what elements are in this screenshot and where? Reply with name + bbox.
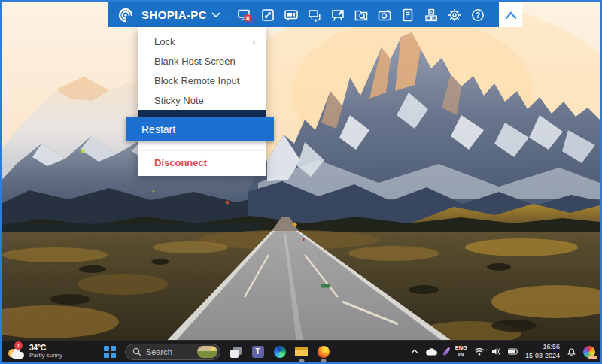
search-daily-image[interactable]: [197, 346, 217, 358]
menu-item-label: Lock: [154, 36, 175, 47]
screenshot-camera-icon[interactable]: [377, 8, 392, 23]
clock-time: 16:56: [543, 343, 560, 351]
whiteboard-icon[interactable]: [330, 8, 345, 23]
menu-gap: [138, 144, 266, 150]
tray-overflow-chevron[interactable]: [411, 349, 418, 354]
file-explorer-icon: [295, 347, 308, 357]
taskbar-app-teams[interactable]: T: [251, 342, 264, 362]
windows-logo-icon: [104, 346, 109, 351]
running-indicator: [321, 359, 326, 362]
app-logo-icon: [117, 6, 135, 24]
remote-session-screen: SHOPIA-PC: [0, 0, 602, 364]
notes-icon[interactable]: [400, 8, 415, 23]
language-line2: IN: [458, 352, 464, 358]
menu-item-label: Block Remote Input: [154, 75, 239, 86]
search-icon: [132, 347, 141, 356]
svg-text:D: D: [433, 16, 436, 20]
menu-item-restart-active[interactable]: Restart: [126, 117, 274, 141]
video-chat-icon[interactable]: [284, 8, 299, 23]
taskbar-app-edge[interactable]: [273, 342, 286, 362]
chevron-up-icon: [504, 11, 518, 20]
session-menu: Lock › Blank Host Screen Block Remote In…: [138, 27, 266, 176]
remote-toolbar: SHOPIA-PC: [108, 2, 522, 27]
remote-app-tray-icon[interactable]: PRO: [583, 346, 595, 358]
weather-condition: Partly sunny: [29, 352, 62, 359]
menu-item-blank-host-screen[interactable]: Blank Host Screen: [138, 51, 266, 71]
taskbar-app-firefox[interactable]: [317, 342, 330, 362]
taskbar-center: Search T: [104, 341, 330, 362]
collapse-toolbar-button[interactable]: [499, 2, 522, 27]
computer-name: SHOPIA-PC: [141, 8, 207, 21]
chevron-up-icon: [411, 349, 418, 354]
computer-name-dropdown[interactable]: SHOPIA-PC: [141, 8, 220, 21]
weather-badge: 1: [14, 341, 23, 350]
menu-item-label: Blank Host Screen: [154, 56, 236, 67]
chevron-down-icon: [211, 11, 220, 18]
menu-item-block-remote-input[interactable]: Block Remote Input: [138, 71, 266, 90]
weather-widget[interactable]: 1 34°C Partly sunny: [8, 342, 62, 360]
weather-icon: 1: [8, 342, 25, 360]
menu-item-sticky-note[interactable]: Sticky Note: [138, 90, 266, 110]
teams-icon: T: [252, 346, 264, 358]
taskbar-app-file-explorer[interactable]: [295, 342, 308, 362]
weather-temperature: 34°C: [29, 344, 62, 353]
weather-text: 34°C Partly sunny: [29, 344, 62, 359]
language-indicator[interactable]: ENG IN: [455, 345, 467, 358]
svg-text:C: C: [427, 16, 430, 20]
settings-gear-icon[interactable]: [447, 8, 462, 23]
wifi-icon[interactable]: [474, 347, 485, 356]
svg-text:A: A: [430, 9, 433, 14]
start-button[interactable]: [104, 346, 116, 358]
search-placeholder: Search: [146, 347, 193, 356]
taskbar: 1 34°C Partly sunny Search: [2, 340, 600, 362]
restart-label: Restart: [141, 123, 175, 135]
help-icon[interactable]: ?: [470, 8, 485, 23]
toolbar-icons: A C D: [237, 8, 485, 23]
pro-badge: PRO: [588, 356, 597, 359]
menu-item-label: Disconnect: [154, 157, 207, 168]
notifications-bell-icon[interactable]: [567, 347, 576, 356]
remote-toolbar-main: SHOPIA-PC: [108, 2, 499, 27]
submenu-chevron-icon: ›: [252, 36, 255, 47]
menu-item-disconnect[interactable]: Disconnect: [138, 151, 266, 174]
file-search-icon[interactable]: [354, 8, 369, 23]
svg-text:?: ?: [476, 11, 480, 19]
battery-icon[interactable]: [508, 348, 518, 355]
firefox-icon: [318, 346, 330, 358]
windows-logo-icon: [111, 346, 116, 351]
system-tray: ENG IN: [411, 341, 595, 362]
windows-logo-icon: [104, 353, 109, 358]
taskbar-app-task-view[interactable]: [230, 342, 242, 362]
pen-app-icon[interactable]: [445, 347, 448, 356]
windows-logo-icon: [111, 353, 116, 358]
fit-screen-icon[interactable]: [260, 8, 275, 23]
menu-item-label: Sticky Note: [154, 95, 204, 106]
menu-item-lock[interactable]: Lock ›: [138, 32, 266, 51]
desktop-wallpaper: [2, 2, 600, 362]
onedrive-cloud-icon[interactable]: [425, 347, 438, 356]
running-indicator: [299, 359, 304, 362]
search-input[interactable]: Search: [125, 344, 220, 360]
cloud-icon: [11, 352, 24, 359]
volume-icon[interactable]: [491, 347, 501, 356]
monitor-disconnect-icon[interactable]: [237, 8, 252, 23]
edge-icon: [274, 346, 286, 358]
clock[interactable]: 16:56 15-03-2024: [525, 343, 560, 360]
ctrl-alt-del-icon[interactable]: A C D: [424, 8, 439, 23]
chat-icon[interactable]: [307, 8, 322, 23]
clock-date: 15-03-2024: [525, 352, 560, 360]
